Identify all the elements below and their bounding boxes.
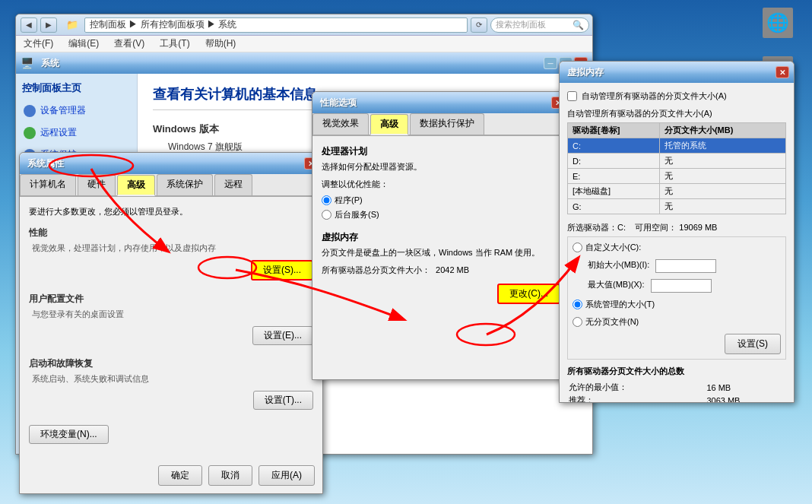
startup-section: 启动和故障恢复 系统启动、系统失败和调试信息 设置(T)... bbox=[29, 357, 313, 410]
minimize-button[interactable]: ─ bbox=[544, 57, 557, 69]
drive-row-e[interactable]: E: 无 bbox=[568, 169, 786, 184]
recommend-row: 推荐： 3063 MB bbox=[569, 395, 785, 403]
drive-row-d[interactable]: D: 无 bbox=[568, 154, 786, 169]
folder-icon: 📁 bbox=[66, 19, 78, 30]
size-options: 自定义大小(C): 初始大小(MB)(I): 最大值(MB)(X): 系统管理的… bbox=[567, 236, 786, 360]
total-section-label: 所有驱动器分页文件大小的总数 bbox=[567, 366, 786, 377]
change-vmem-btn[interactable]: 更改(C)... bbox=[497, 284, 560, 304]
vmem-set-btn[interactable]: 设置(S) bbox=[725, 334, 781, 354]
tab-advanced[interactable]: 高级 bbox=[117, 175, 155, 196]
menu-bar: 文件(F) 编辑(E) 查看(V) 工具(T) 帮助(H) bbox=[16, 36, 593, 52]
prog-radio-item[interactable]: 程序(P) bbox=[322, 195, 560, 206]
startup-settings-btn[interactable]: 设置(T)... bbox=[253, 391, 313, 410]
drive-row-c[interactable]: C: 托管的系统 bbox=[568, 138, 786, 154]
perf-radio-group: 程序(P) 后台服务(S) bbox=[322, 195, 560, 220]
forward-button[interactable]: ▶ bbox=[40, 17, 57, 33]
drive-g-size: 无 bbox=[659, 199, 785, 214]
total-label: 所有驱动器总分页文件大小： 2042 MB bbox=[322, 265, 560, 276]
drive-table: 驱动器[卷标] 分页文件大小(MB) C: 托管的系统 D: 无 E: 无 bbox=[567, 122, 786, 214]
tab-dep[interactable]: 数据执行保护 bbox=[410, 113, 484, 135]
menu-tools[interactable]: 工具(T) bbox=[157, 36, 192, 52]
custom-size-option[interactable]: 自定义大小(C): bbox=[573, 242, 781, 253]
svc-radio[interactable] bbox=[322, 210, 331, 220]
vmem-titlebar: 虚拟内存 ✕ bbox=[560, 62, 794, 83]
env-vars-btn[interactable]: 环境变量(N)... bbox=[29, 425, 109, 444]
vmem-desc: 分页文件是硬盘上的一块区域，Windows 当作 RAM 使用。 bbox=[322, 247, 560, 258]
prog-radio[interactable] bbox=[322, 195, 331, 205]
max-size-input[interactable] bbox=[651, 279, 712, 293]
back-button[interactable]: ◀ bbox=[21, 17, 37, 33]
perf-desc: 视觉效果，处理器计划，内存使用，以及虚拟内存 bbox=[32, 242, 313, 254]
drive-d-letter: D: bbox=[568, 154, 660, 169]
sysprop-titlebar: 系统属性 ✕ bbox=[20, 153, 322, 174]
summary-table: 允许的最小值： 16 MB 推荐： 3063 MB 当前已分配： 2042 MB bbox=[567, 380, 786, 403]
profile-settings-btn[interactable]: 设置(E)... bbox=[252, 326, 313, 345]
sysprop-apply-btn[interactable]: 应用(A) bbox=[259, 465, 315, 486]
tab-sys-protect[interactable]: 系统保护 bbox=[157, 174, 213, 195]
menu-file[interactable]: 文件(F) bbox=[21, 36, 56, 52]
svc-radio-item[interactable]: 后台服务(S) bbox=[322, 209, 560, 220]
tab-computer-name[interactable]: 计算机名 bbox=[20, 174, 76, 195]
tab-advanced-perf[interactable]: 高级 bbox=[370, 114, 408, 135]
selected-drive: 所选驱动器：C: 可用空间： 19069 MB bbox=[567, 222, 786, 233]
drive-d-size: 无 bbox=[659, 154, 785, 169]
recommend-value: 3063 MB bbox=[706, 395, 785, 403]
auto-manage-checkbox[interactable] bbox=[567, 91, 577, 101]
min-label: 允许的最小值： bbox=[569, 382, 705, 393]
drive-c-letter: C: bbox=[568, 138, 660, 154]
initial-size-input[interactable] bbox=[655, 259, 716, 273]
menu-help[interactable]: 帮助(H) bbox=[202, 36, 239, 52]
perf-tabs: 视觉效果 高级 数据执行保护 bbox=[312, 113, 569, 136]
drive-row-f[interactable]: [本地磁盘] 无 bbox=[568, 184, 786, 199]
custom-size-radio[interactable] bbox=[573, 242, 582, 252]
vmem-close-btn[interactable]: ✕ bbox=[776, 66, 789, 78]
no-paging-option[interactable]: 无分页文件(N) bbox=[573, 316, 781, 328]
profile-desc: 与您登录有关的桌面设置 bbox=[32, 309, 313, 320]
device-mgr-icon bbox=[24, 105, 36, 117]
sysprop-cancel-btn[interactable]: 取消 bbox=[208, 465, 252, 486]
remote-icon bbox=[24, 127, 36, 139]
no-paging-radio[interactable] bbox=[573, 317, 582, 327]
tab-remote[interactable]: 远程 bbox=[214, 174, 252, 195]
proc-desc: 选择如何分配处理器资源。 bbox=[322, 161, 560, 173]
tab-hardware[interactable]: 硬件 bbox=[78, 174, 116, 195]
globe-icon-desktop[interactable]: 🌐 bbox=[751, 8, 804, 41]
sysprop-tabs: 计算机名 硬件 高级 系统保护 远程 bbox=[20, 174, 322, 197]
custom-size-inputs: 初始大小(MB)(I): bbox=[588, 259, 781, 273]
address-path[interactable]: 控制面板 ▶ 所有控制面板项 ▶ 系统 bbox=[84, 17, 468, 33]
sidebar-title: 控制面板主页 bbox=[22, 81, 131, 95]
globe-img: 🌐 bbox=[763, 8, 793, 38]
performance-options-dialog: 性能选项 ✕ 视觉效果 高级 数据执行保护 处理器计划 选择如何分配处理器资源。… bbox=[312, 91, 570, 380]
min-row: 允许的最小值： 16 MB bbox=[569, 382, 785, 393]
sidebar-item-device-mgr[interactable]: 设备管理器 bbox=[22, 103, 131, 119]
auto-manage-row: 自动管理所有驱动器的分页文件大小(A) bbox=[567, 90, 786, 102]
sysprop-ok-btn[interactable]: 确定 bbox=[158, 465, 202, 486]
sys-managed-radio[interactable] bbox=[573, 300, 582, 309]
drive-g-letter: G: bbox=[568, 199, 660, 214]
drive-c-size: 托管的系统 bbox=[659, 138, 785, 154]
sys-managed-option[interactable]: 系统管理的大小(T) bbox=[573, 299, 781, 310]
max-size-row: 最大值(MB)(X): bbox=[588, 279, 781, 293]
startup-desc: 系统启动、系统失败和调试信息 bbox=[32, 373, 313, 385]
cp-titlebar-icon: 🖥️ bbox=[21, 57, 33, 69]
startup-label: 启动和故障恢复 bbox=[29, 357, 313, 370]
vmem-content: 自动管理所有驱动器的分页文件大小(A) 自动管理所有驱动器的分页文件大小(A) … bbox=[560, 83, 794, 403]
perf-settings-btn[interactable]: 设置(S)... bbox=[251, 260, 313, 281]
recommend-label: 推荐： bbox=[569, 395, 705, 403]
sidebar-item-remote[interactable]: 远程设置 bbox=[22, 125, 131, 141]
vmem-title: 虚拟内存 bbox=[564, 66, 776, 79]
perf-titlebar: 性能选项 ✕ bbox=[312, 92, 569, 113]
refresh-button[interactable]: ⟳ bbox=[471, 17, 487, 33]
menu-edit[interactable]: 编辑(E) bbox=[65, 36, 102, 52]
drive-f-size: 无 bbox=[659, 184, 785, 199]
sysprop-desc: 要进行大多数更改，您必须以管理员登录。 bbox=[29, 206, 313, 217]
address-bar: ◀ ▶ 📁 控制面板 ▶ 所有控制面板项 ▶ 系统 ⟳ 搜索控制面板 🔍 bbox=[16, 14, 593, 36]
tab-visual-effects[interactable]: 视觉效果 bbox=[312, 113, 369, 135]
search-box[interactable]: 搜索控制面板 🔍 bbox=[490, 17, 589, 33]
vmem-section-label: 虚拟内存 bbox=[322, 231, 560, 244]
drive-row-g[interactable]: G: 无 bbox=[568, 199, 786, 214]
search-icon: 🔍 bbox=[573, 20, 584, 30]
sysprop-content: 要进行大多数更改，您必须以管理员登录。 性能 视觉效果，处理器计划，内存使用，以… bbox=[20, 197, 322, 453]
menu-view[interactable]: 查看(V) bbox=[111, 36, 147, 52]
vmem-titlebar-buttons: ✕ bbox=[776, 66, 789, 78]
